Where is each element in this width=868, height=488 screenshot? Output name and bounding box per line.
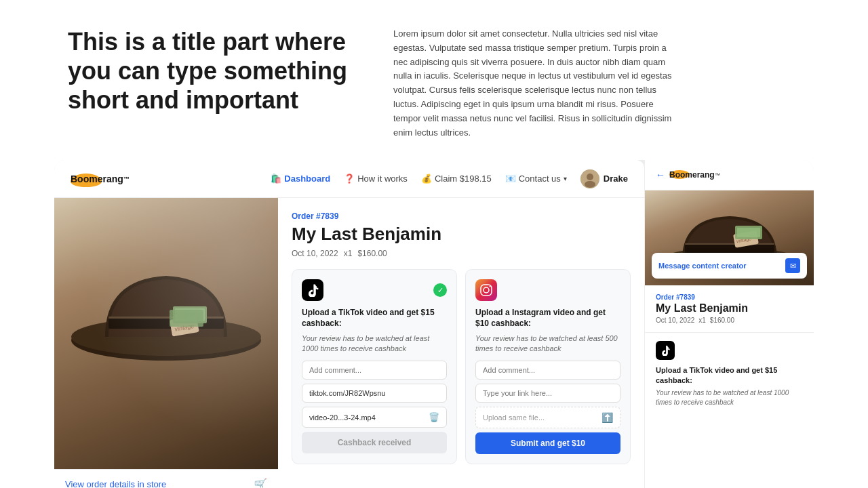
mobile-order-title: My Last Benjamin — [656, 302, 803, 314]
logo: Boomerang™ — [71, 174, 130, 184]
product-image-col: vintage View order details in store 🛒 — [54, 198, 278, 488]
instagram-card: Upload a Instagram video and get $10 cas… — [465, 269, 631, 464]
mobile-logo: Boomerang™ — [669, 170, 720, 180]
mobile-preview-panel: ← Boomerang™ vint — [644, 160, 814, 488]
tiktok-comment-input[interactable] — [302, 361, 447, 380]
tiktok-link-field: tiktok.com/JR82Wpsnu — [302, 384, 447, 403]
instagram-card-desc: Your review has to be watched at least 5… — [475, 333, 620, 354]
delete-icon[interactable]: 🗑️ — [429, 412, 439, 422]
order-date: Oct 10, 2022 — [292, 249, 338, 258]
mobile-tiktok-icon — [656, 341, 675, 360]
tiktok-icon — [302, 279, 323, 301]
hero-section: This is a title part where you can type … — [0, 0, 868, 160]
upload-placeholder-text: Upload same file... — [483, 413, 597, 422]
browser-window: Boomerang™ 🛍️ Dashboard ❓ How it works 💰 — [54, 160, 644, 488]
mobile-tiktok-card: Upload a TikTok video and get $15 cashba… — [645, 333, 814, 415]
nav-claim[interactable]: 💰 Claim $198.15 — [421, 174, 492, 184]
svg-rect-17 — [685, 243, 774, 253]
cashback-received-button[interactable]: Cashback received — [302, 432, 447, 453]
money-icon: 💰 — [421, 174, 432, 184]
question-icon: ❓ — [344, 174, 355, 184]
instagram-upload-row[interactable]: Upload same file... ⬆️ — [475, 407, 620, 428]
cashback-cards: ✓ Upload a TikTok video and get $15 cash… — [292, 269, 631, 464]
view-store-text: View order details in store — [65, 479, 166, 488]
upload-icon: ⬆️ — [601, 412, 613, 423]
submit-button[interactable]: Submit and get $10 — [475, 432, 620, 454]
logo-text: Boomerang — [71, 174, 123, 184]
instagram-card-title: Upload a Instagram video and get $10 cas… — [475, 308, 620, 329]
check-badge: ✓ — [433, 283, 447, 297]
hero-title: This is a title part where you can type … — [68, 27, 353, 115]
tiktok-card-header: ✓ — [302, 279, 447, 301]
mobile-tiktok-desc: Your review has to be watched at least 1… — [656, 388, 803, 407]
chevron-down-icon: ▾ — [564, 175, 567, 182]
page-wrapper: This is a title part where you can type … — [0, 0, 868, 488]
mobile-order-info: Order #7839 My Last Benjamin Oct 10, 202… — [645, 285, 814, 333]
mobile-order-qty: x1 — [698, 317, 706, 324]
instagram-comment-input[interactable] — [475, 361, 620, 380]
instagram-icon — [475, 279, 497, 301]
message-creator-button[interactable]: Message content creator ✉ — [652, 253, 807, 279]
user-name: Drake — [604, 174, 628, 184]
nav-contact[interactable]: 📧 Contact us ▾ — [505, 174, 567, 184]
cart-icon: 🛒 — [254, 478, 267, 488]
mobile-tiktok-header — [656, 341, 803, 360]
svg-point-1 — [587, 174, 593, 180]
avatar — [580, 169, 599, 188]
tiktok-card-title: Upload a TikTok video and get $15 cashba… — [302, 308, 447, 329]
tiktok-card: ✓ Upload a TikTok video and get $15 cash… — [292, 269, 457, 464]
mobile-order-number: Order #7839 — [656, 293, 803, 301]
mobile-header: ← Boomerang™ — [645, 160, 814, 190]
tiktok-card-desc: Your review has to be watched at least 1… — [302, 333, 447, 354]
order-title: My Last Benjamin — [292, 224, 631, 245]
mobile-logo-text: Boomerang — [669, 170, 715, 180]
tiktok-file-name: video-20...3-24.mp4 — [309, 413, 426, 422]
tiktok-link-value: tiktok.com/JR82Wpsnu — [309, 389, 439, 397]
svg-rect-18 — [685, 243, 774, 245]
logo-tm: ™ — [123, 176, 130, 182]
instagram-link-input[interactable] — [475, 384, 620, 403]
nav-links: 🛍️ Dashboard ❓ How it works 💰 Claim $198… — [271, 169, 628, 188]
product-image: vintage — [54, 198, 278, 469]
main-content: vintage View order details in store 🛒 — [54, 198, 644, 488]
svg-point-2 — [585, 181, 595, 188]
mobile-product-image: vintage Message content creator ✉ — [645, 190, 814, 285]
navigation: Boomerang™ 🛍️ Dashboard ❓ How it works 💰 — [54, 160, 644, 198]
mobile-order-price: $160.00 — [710, 317, 734, 324]
hero-description: Lorem ipsum dolor sit amet consectetur. … — [393, 27, 678, 140]
svg-point-14 — [490, 286, 491, 287]
order-meta: Oct 10, 2022 x1 $160.00 — [292, 249, 631, 258]
mobile-logo-tm: ™ — [715, 172, 720, 178]
mobile-tiktok-title: Upload a TikTok video and get $15 cashba… — [656, 365, 803, 385]
mobile-order-date: Oct 10, 2022 — [656, 317, 694, 324]
nav-dashboard[interactable]: 🛍️ Dashboard — [271, 174, 330, 184]
instagram-card-header — [475, 279, 620, 301]
message-creator-text: Message content creator — [658, 262, 747, 270]
view-store-button[interactable]: View order details in store 🛒 — [54, 469, 278, 488]
tiktok-file-row: video-20...3-24.mp4 🗑️ — [302, 407, 447, 428]
order-number: Order #7839 — [292, 211, 631, 221]
mobile-order-meta: Oct 10, 2022 x1 $160.00 — [656, 317, 803, 324]
svg-point-13 — [484, 287, 489, 293]
message-icon: ✉ — [785, 258, 800, 273]
contact-icon: 📧 — [505, 174, 516, 184]
order-details: Order #7839 My Last Benjamin Oct 10, 202… — [278, 198, 644, 488]
order-price: $160.00 — [357, 249, 387, 258]
nav-how-it-works[interactable]: ❓ How it works — [344, 174, 408, 184]
user-menu[interactable]: Drake — [580, 169, 628, 188]
order-quantity: x1 — [344, 249, 353, 258]
svg-rect-22 — [737, 228, 760, 237]
dashboard-icon: 🛍️ — [271, 174, 281, 184]
back-arrow-icon[interactable]: ← — [656, 169, 665, 180]
